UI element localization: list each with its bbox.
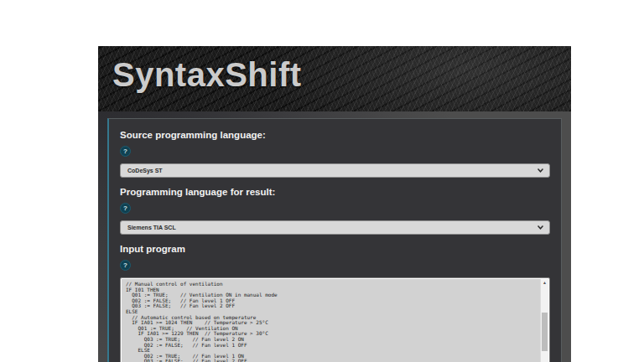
scroll-up-button[interactable]: ▲ <box>541 279 548 287</box>
source-language-help-button[interactable]: ? <box>120 146 131 157</box>
app-header: SyntaxShift <box>98 46 571 111</box>
translation-form: Source programming language: ? CoDeSys S… <box>107 118 562 362</box>
input-program-wrapper: // Manual control of ventilation IF I01 … <box>120 277 550 362</box>
source-language-label: Source programming language: <box>120 130 550 140</box>
target-language-help-button[interactable]: ? <box>120 203 131 214</box>
app-container: SyntaxShift Source programming language:… <box>98 46 571 362</box>
textarea-scrollbar[interactable]: ▲ <box>540 279 548 362</box>
chevron-down-icon <box>538 168 543 173</box>
input-program-textarea[interactable]: // Manual control of ventilation IF I01 … <box>120 277 550 362</box>
target-language-selected-value: Siemens TIA SCL <box>127 225 176 230</box>
target-language-label: Programming language for result: <box>120 187 550 197</box>
app-title: SyntaxShift <box>98 46 571 93</box>
target-language-select[interactable]: Siemens TIA SCL <box>120 220 550 235</box>
source-language-selected-value: CoDeSys ST <box>127 168 163 173</box>
scrollbar-thumb[interactable] <box>542 313 548 351</box>
input-program-help-button[interactable]: ? <box>120 260 131 271</box>
input-program-label: Input program <box>120 244 550 254</box>
source-language-select[interactable]: CoDeSys ST <box>120 163 550 178</box>
chevron-down-icon <box>538 225 543 230</box>
